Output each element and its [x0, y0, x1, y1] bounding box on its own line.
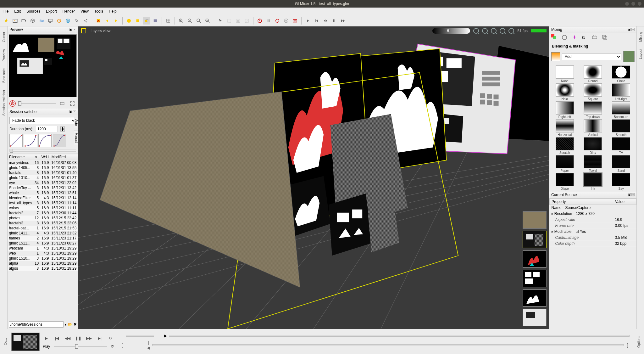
curve-ease-out[interactable]: [38, 134, 52, 147]
close-panel-icon[interactable]: ×: [631, 193, 635, 196]
duration-input[interactable]: [36, 126, 58, 132]
layer-thumb[interactable]: [523, 231, 547, 248]
pause-button[interactable]: ❚❚: [75, 335, 82, 342]
layer-thumb[interactable]: [523, 211, 547, 229]
zoom-in-icon[interactable]: [473, 28, 479, 34]
blend-mode-select[interactable]: Add: [562, 53, 621, 60]
rendering-view-icon[interactable]: [152, 17, 159, 25]
grid-icon[interactable]: [164, 17, 172, 25]
mask-scratch[interactable]: Scratch: [552, 137, 577, 155]
output-power-button[interactable]: ⏻: [9, 100, 16, 107]
share-icon[interactable]: [82, 17, 89, 25]
mask-smooth[interactable]: Smooth: [609, 119, 633, 137]
goto-end-button[interactable]: ▶|: [96, 335, 103, 342]
table-row[interactable]: web14:315/10/31 19:29: [8, 251, 78, 256]
open-folder-icon[interactable]: 📂: [68, 322, 72, 327]
mark-out-icon[interactable]: ]: [626, 343, 630, 348]
prop-row[interactable]: Frame rate0.00 fps: [550, 223, 636, 229]
mask-square[interactable]: Square: [581, 83, 605, 101]
mask-diapo[interactable]: Diapo: [552, 173, 577, 190]
dock-tab-preview[interactable]: Preview: [1, 46, 7, 64]
mark-in-icon[interactable]: [: [120, 333, 124, 338]
zoom-out-icon[interactable]: [482, 28, 488, 34]
layer-thumb[interactable]: [523, 289, 547, 307]
table-row[interactable]: fractal-pat...116:915/12/15 21:53: [8, 226, 78, 231]
timeline-range[interactable]: [152, 344, 624, 346]
table-row[interactable]: glmix 1510...316:915/10/31 19:29: [8, 256, 78, 261]
menu-view[interactable]: View: [80, 9, 89, 14]
layers-viewport[interactable]: Layers view 51 fps: [78, 26, 549, 329]
geometry-view-icon[interactable]: [134, 17, 142, 25]
forward-icon[interactable]: [339, 17, 347, 25]
prop-row[interactable]: NameSourceCapture: [550, 205, 613, 211]
filter-tab-icon[interactable]: [571, 34, 578, 41]
table-row[interactable]: blendedFilter54:315/12/31 12:14: [8, 195, 78, 200]
step-fwd-button[interactable]: ▶▶: [86, 335, 92, 342]
close-panel-icon[interactable]: ×: [631, 28, 635, 31]
mask-none[interactable]: None: [552, 65, 577, 83]
reset-speed-icon[interactable]: ↺: [111, 344, 114, 349]
table-row[interactable]: glmix 1511...416:915/11/23 08:27: [8, 241, 78, 246]
loop-button[interactable]: ↻: [107, 335, 114, 342]
mask-say[interactable]: Say: [609, 173, 633, 190]
prop-row[interactable]: ▸ Modifiable☑ Yes: [550, 229, 613, 235]
mixing-view-icon[interactable]: [125, 17, 133, 25]
goto-start-button[interactable]: |◀: [53, 335, 60, 342]
clone-tab-icon[interactable]: [602, 34, 608, 41]
close-button[interactable]: [638, 2, 641, 6]
table-row[interactable]: alpha1016:915/10/31 19:29: [8, 261, 78, 266]
mask-halo[interactable]: Halo: [552, 83, 577, 101]
output-alpha-slider[interactable]: [18, 103, 56, 104]
session-path-input[interactable]: [9, 321, 64, 328]
col-n[interactable]: n: [33, 154, 40, 160]
record-toggle-icon[interactable]: [256, 17, 264, 25]
mark-in2-icon[interactable]: [: [120, 343, 124, 348]
desktop-icon[interactable]: [47, 17, 54, 25]
prop-row[interactable]: ▸ Resolution1280 x 720: [550, 211, 613, 217]
timeline-in[interactable]: [126, 335, 154, 337]
prev-icon[interactable]: [103, 17, 111, 25]
col-filename[interactable]: Filename: [8, 154, 33, 160]
mask-horizontal[interactable]: Horizontal: [552, 119, 577, 137]
options-tab[interactable]: Options: [636, 333, 641, 351]
mask-circle[interactable]: Circle: [609, 65, 633, 83]
layer-thumb[interactable]: [523, 250, 547, 268]
dock-tab-mixing[interactable]: Mixing: [638, 29, 643, 45]
table-row[interactable]: glmix 1411...44:315/11/23 21:32: [8, 231, 78, 236]
undock-icon[interactable]: ▣: [628, 28, 631, 31]
session-file-list[interactable]: FilenamenW:HModifiedmanyvideos1616:916/0…: [8, 154, 78, 320]
rewind-icon[interactable]: [322, 17, 329, 25]
table-row[interactable]: photos1216:915/12/15 23:42: [8, 216, 78, 221]
menu-export[interactable]: Export: [46, 9, 57, 14]
color-tab-icon[interactable]: [561, 34, 568, 41]
close-panel-icon[interactable]: ×: [73, 28, 76, 31]
layers-view-icon[interactable]: [143, 17, 150, 25]
cursor-icon[interactable]: [217, 17, 224, 25]
table-row[interactable]: fractals2716:915/12/30 11:44: [8, 211, 78, 216]
fullscreen-icon[interactable]: [69, 100, 76, 107]
menu-help[interactable]: Help: [109, 9, 117, 14]
zoom-fit-icon[interactable]: [204, 17, 211, 25]
table-row[interactable]: flames216:915/11/23 21:17: [8, 236, 78, 241]
layer-thumb[interactable]: [523, 309, 547, 326]
mask-dirty[interactable]: Dirty: [581, 137, 605, 155]
plugin-tab-icon[interactable]: [591, 34, 598, 41]
dock-tab-layout[interactable]: Layout: [638, 46, 643, 62]
transition-select[interactable]: Fade to black: [9, 117, 76, 124]
new-source-icon[interactable]: [3, 17, 10, 25]
table-row[interactable]: webcam14:315/10/31 19:29: [8, 246, 78, 251]
aspect-icon[interactable]: [58, 100, 66, 107]
svg-icon[interactable]: [55, 17, 63, 25]
mask-sand[interactable]: Sand: [609, 155, 633, 172]
dock-tab-bloc-note[interactable]: Bloc note: [1, 65, 7, 86]
col-modified[interactable]: Modified: [50, 154, 78, 160]
mask-ink[interactable]: Ink: [581, 173, 605, 190]
table-row[interactable]: whale516:915/12/31 12:51: [8, 190, 78, 195]
maximize-button[interactable]: [631, 2, 635, 6]
menu-sources[interactable]: Sources: [26, 9, 40, 14]
viewport-alpha-slider[interactable]: [432, 28, 470, 34]
scroll-thumb[interactable]: [10, 149, 13, 153]
curve-ease-in[interactable]: [24, 134, 37, 147]
mask-tv[interactable]: TV: [609, 137, 633, 155]
zoom-in-icon[interactable]: [177, 17, 185, 25]
